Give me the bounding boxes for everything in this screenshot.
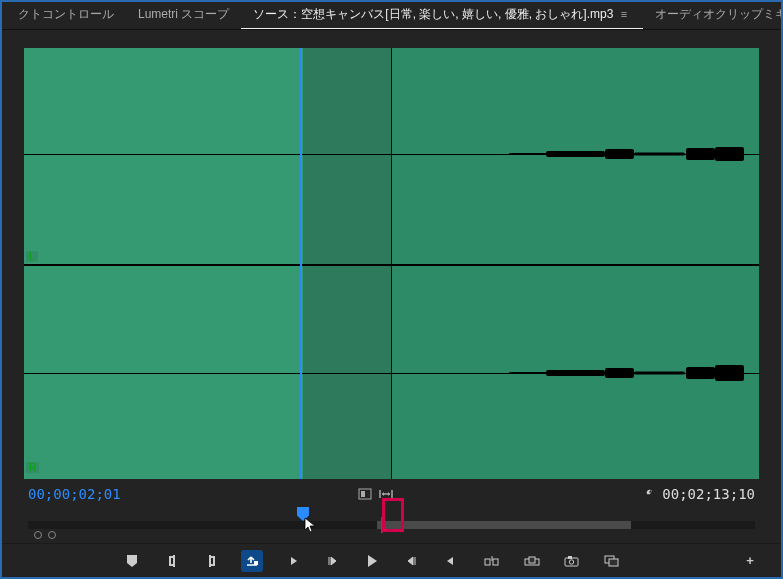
mark-in-button[interactable] xyxy=(161,550,183,572)
svg-point-8 xyxy=(569,559,573,563)
timecode-current[interactable]: 00;00;02;01 xyxy=(28,486,121,502)
timecode-row: 00;00;02;01 00;02;13;10 xyxy=(2,481,781,507)
wave-peak xyxy=(546,370,605,376)
svg-rect-9 xyxy=(568,556,572,559)
tab-lumetri-scopes[interactable]: Lumetri スコープ xyxy=(126,2,241,30)
wave-peak xyxy=(715,365,744,381)
inout-span-icon[interactable] xyxy=(378,488,394,500)
insert-clip-button[interactable] xyxy=(481,550,503,572)
waveform-display[interactable]: L L R R xyxy=(24,48,759,479)
wave-peak xyxy=(605,368,634,378)
timecode-duration: 00;02;13;10 xyxy=(662,486,755,502)
tab-bar: クトコントロール Lumetri スコープ ソース：空想キャンバス[日常, 楽し… xyxy=(2,2,781,30)
svg-rect-3 xyxy=(485,559,490,565)
zoom-slider[interactable] xyxy=(34,531,56,539)
button-editor-add[interactable]: + xyxy=(739,550,761,572)
step-back-button[interactable] xyxy=(321,550,343,572)
export-frame-button[interactable] xyxy=(561,550,583,572)
select-zoom-icon[interactable] xyxy=(358,488,372,500)
wave-peak xyxy=(686,148,715,160)
playhead[interactable] xyxy=(300,48,302,479)
wave-peak xyxy=(605,149,634,159)
tab-menu-icon[interactable]: ≡ xyxy=(617,8,631,20)
scrub-track[interactable] xyxy=(28,521,755,529)
insert-button[interactable] xyxy=(241,550,263,572)
scrub-viewport[interactable] xyxy=(377,521,631,529)
mark-out-button[interactable] xyxy=(201,550,223,572)
svg-rect-2 xyxy=(254,561,258,565)
tab-source[interactable]: ソース：空想キャンバス[日常, 楽しい, 嬉しい, 優雅, おしゃれ].mp3 … xyxy=(241,2,643,30)
wave-peak xyxy=(546,151,605,157)
svg-rect-4 xyxy=(493,559,498,565)
out-bracket-icon[interactable] xyxy=(381,517,383,533)
in-point-marker[interactable] xyxy=(297,507,309,521)
svg-rect-7 xyxy=(565,558,578,566)
go-to-in-button[interactable] xyxy=(281,550,303,572)
add-marker-button[interactable] xyxy=(121,550,143,572)
svg-rect-1 xyxy=(361,491,365,497)
settings-wrench-icon[interactable] xyxy=(640,487,654,501)
channel-mini-r: R xyxy=(26,462,39,473)
wave-peak xyxy=(634,372,685,375)
channel-mini-l: L xyxy=(26,251,38,262)
wave-peak xyxy=(634,152,685,155)
zoom-handle-right[interactable] xyxy=(48,531,56,539)
svg-rect-11 xyxy=(609,559,618,566)
tab-effect-controls[interactable]: クトコントロール xyxy=(6,2,126,30)
go-to-out-button[interactable] xyxy=(441,550,463,572)
svg-rect-6 xyxy=(529,557,535,563)
wave-peak xyxy=(686,367,715,379)
tab-audio-clip-mixer[interactable]: オーディオクリップミキサー xyxy=(643,2,781,30)
overlay-settings-button[interactable] xyxy=(601,550,623,572)
overwrite-clip-button[interactable] xyxy=(521,550,543,572)
wave-peak xyxy=(715,147,744,161)
channel-divider xyxy=(24,264,759,266)
scrub-row xyxy=(2,507,781,543)
step-forward-button[interactable] xyxy=(401,550,423,572)
play-button[interactable] xyxy=(361,550,383,572)
source-monitor-panel: クトコントロール Lumetri スコープ ソース：空想キャンバス[日常, 楽し… xyxy=(0,0,783,579)
tab-source-label: ソース：空想キャンバス[日常, 楽しい, 嬉しい, 優雅, おしゃれ].mp3 xyxy=(253,7,613,21)
transport-toolbar: + xyxy=(2,543,781,577)
zoom-handle-left[interactable] xyxy=(34,531,42,539)
